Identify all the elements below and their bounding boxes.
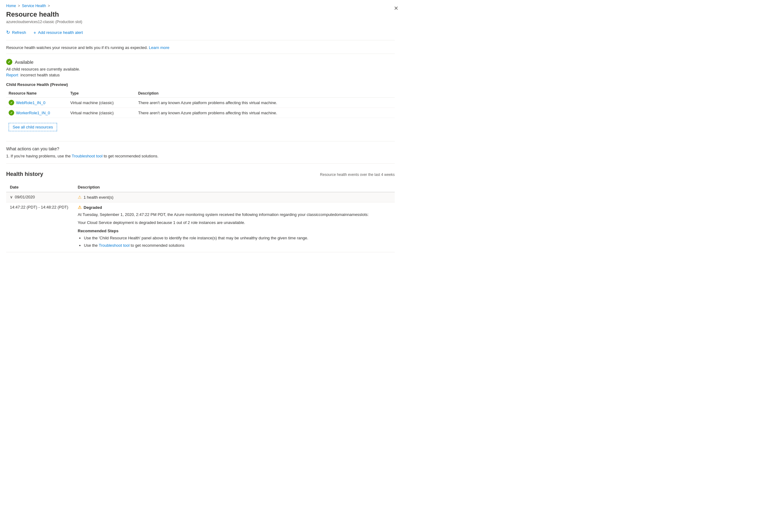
divider-2 [6,163,395,164]
resource-name-link[interactable]: WebRole1_IN_0 [16,100,45,105]
actions-title: What actions can you take? [6,146,395,151]
history-col-date: Date [6,182,74,192]
event-time: 14:47:22 (PDT) - 14:48:22 (PDT) [6,202,74,252]
event-count: 1 health event(s) [83,195,113,200]
add-alert-button[interactable]: + Add resource health alert [34,29,83,36]
report-text: incorrect health status [19,73,60,77]
status-row: ✓ Available [6,59,395,65]
status-description: All child resources are currently availa… [6,67,395,71]
action-item-1: 1. If you're having problems, use the Tr… [6,154,395,158]
recommended-bullets: Use the 'Child Resource Health' panel ab… [78,235,391,248]
available-status-icon: ✓ [6,59,12,65]
degraded-title: ⚠ Degraded [78,205,391,210]
bullet-2-prefix: Use the [84,243,98,248]
breadcrumb-service-health[interactable]: Service Health [22,4,46,8]
action-suffix: to get recommended solutions. [104,154,158,158]
degraded-label: Degraded [83,205,102,210]
status-section: ✓ Available All child resources are curr… [6,59,395,77]
chevron-down-icon: ∨ [10,195,13,199]
event-detail: ⚠ Degraded At Tuesday, September 1, 2020… [74,202,395,252]
breadcrumb-home[interactable]: Home [6,4,16,8]
history-date-row: ∨ 09/01/2020 ⚠ 1 health event(s) [6,192,395,202]
history-header: Health history Resource health events ov… [6,171,395,177]
date-expand[interactable]: ∨ 09/01/2020 [10,195,70,199]
history-subtitle: Resource health events over the last 4 w… [320,173,395,177]
action-prefix: 1. If you're having problems, use the [6,154,71,158]
degraded-warning-icon: ⚠ [78,205,82,210]
resource-desc-cell: There aren't any known Azure platform pr… [136,108,395,118]
refresh-label: Refresh [12,30,26,35]
child-resource-title: Child Resource Health (Preview) [6,82,395,87]
health-history-section: Health history Resource health events ov… [6,171,395,252]
resource-name-link[interactable]: WorkerRole1_IN_0 [16,111,50,115]
row-check-icon: ✓ [9,100,14,105]
breadcrumb-sep-2: > [48,4,50,8]
divider-1 [6,141,395,141]
resource-type-cell: Virtual machine (classic) [68,98,136,108]
bullet-2: Use the Troubleshoot tool to get recomme… [84,242,391,249]
history-event-row: 14:47:22 (PDT) - 14:48:22 (PDT) ⚠ Degrad… [6,202,395,252]
row-check-icon: ✓ [9,110,14,116]
status-label: Available [15,59,34,65]
col-type: Type [68,89,136,98]
close-icon: ✕ [394,5,398,11]
info-text: Resource health watches your resource an… [6,45,148,50]
warning-triangle-icon: ⚠ [78,195,82,200]
close-button[interactable]: ✕ [391,4,401,13]
date-value: 09/01/2020 [15,195,35,199]
page-subtitle: azurecloudservices12-classic (Production… [6,20,395,24]
resource-type-cell: Virtual machine (classic) [68,108,136,118]
learn-more-link[interactable]: Learn more [149,45,169,50]
history-date-cell: ∨ 09/01/2020 [6,192,74,202]
toolbar: ↻ Refresh + Add resource health alert [6,28,395,40]
recommended-steps-title: Recommended Steps [78,229,391,233]
table-row: ✓ WorkerRole1_IN_0 Virtual machine (clas… [6,108,395,118]
actions-section: What actions can you take? 1. If you're … [6,146,395,158]
refresh-icon: ↻ [6,30,10,35]
resource-name-cell: ✓ WorkerRole1_IN_0 [6,108,68,118]
troubleshoot-link[interactable]: Troubleshoot tool [72,154,103,158]
resource-table: Resource Name Type Description ✓ WebRole… [6,89,395,118]
report-row: Report incorrect health status [6,73,395,77]
breadcrumb: Home > Service Health > [6,4,395,8]
resource-desc-cell: There aren't any known Azure platform pr… [136,98,395,108]
event-badge: ⚠ 1 health event(s) [78,195,391,200]
bullet-1: Use the 'Child Resource Health' panel ab… [84,235,391,241]
breadcrumb-sep-1: > [18,4,20,8]
report-link[interactable]: Report [6,73,18,77]
resource-name-cell: ✓ WebRole1_IN_0 [6,98,68,108]
page-title: Resource health [6,10,395,18]
col-description: Description [136,89,395,98]
history-title: Health history [6,171,43,177]
history-table: Date Description ∨ 09/01/2020 ⚠ [6,182,395,252]
see-all-container: See all child resources [6,120,395,136]
child-resource-section: Child Resource Health (Preview) Resource… [6,82,395,136]
bullet-2-suffix: to get recommended solutions [131,243,184,248]
history-col-desc: Description [74,182,395,192]
plus-icon: + [34,30,36,35]
bullet-2-troubleshoot-link[interactable]: Troubleshoot tool [99,243,129,248]
table-row: ✓ WebRole1_IN_0 Virtual machine (classic… [6,98,395,108]
history-date-desc: ⚠ 1 health event(s) [74,192,395,202]
refresh-button[interactable]: ↻ Refresh [6,28,26,36]
see-all-child-resources-button[interactable]: See all child resources [9,123,57,131]
info-bar: Resource health watches your resource an… [6,45,395,54]
col-resource-name: Resource Name [6,89,68,98]
event-body-2: Your Cloud Service deployment is degrade… [78,220,391,226]
check-icon: ✓ [8,60,11,64]
add-alert-label: Add resource health alert [38,30,83,35]
event-body-1: At Tuesday, September 1, 2020, 2:47:22 P… [78,212,391,218]
